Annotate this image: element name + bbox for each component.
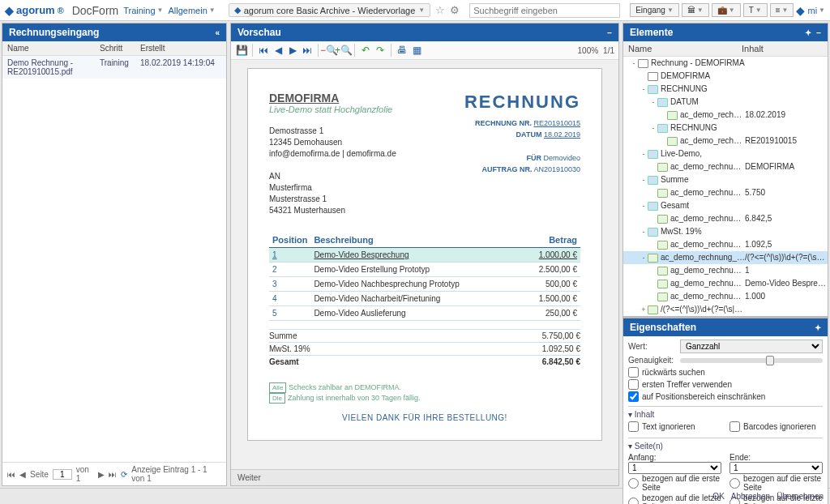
radio-ende-erste[interactable] — [729, 478, 740, 489]
radio-anfang-letzte[interactable] — [628, 498, 639, 505]
col-name[interactable]: Name — [628, 44, 742, 53]
tree-row[interactable]: -Summe — [623, 173, 828, 186]
save-icon[interactable]: 💾 — [235, 44, 248, 57]
rotate-left-icon[interactable]: ↶ — [359, 44, 372, 57]
panel-header: Elemente ✦− — [623, 23, 828, 41]
tree-toggle-icon[interactable]: + — [640, 304, 648, 315]
props-body: Wert: Ganzzahl Genauigkeit: rückwärts su… — [623, 336, 828, 504]
search-input[interactable] — [469, 3, 620, 18]
tree-row[interactable]: -ac_demo_rechnung_positionen/(?<=(^|\s))… — [623, 251, 828, 264]
grid-icon[interactable]: ▦ — [410, 44, 423, 57]
apply-button[interactable]: Übernehmen — [777, 492, 824, 501]
panel-header: Rechnungseingang « — [2, 23, 226, 41]
refresh-icon[interactable]: ⟳ — [121, 470, 127, 479]
logo-button[interactable]: ◆ — [796, 4, 805, 17]
fieldset-inhalt[interactable]: ▾ Inhalt — [628, 410, 823, 419]
column-headers: Name Schritt Erstellt — [2, 41, 226, 56]
table-row[interactable]: Demo Rechnung - RE201910015.pdfTraining1… — [2, 56, 226, 79]
page-last-icon[interactable]: ⏭ — [109, 470, 117, 479]
page-next-icon[interactable]: ▶ — [98, 470, 105, 479]
page-label: Seite — [30, 470, 49, 479]
preview-body[interactable]: DEMOFIRMA Live-Demo statt Hochglanzfolie… — [231, 60, 618, 469]
tree-row[interactable]: ag_demo_rechnung_pos_nummer1 — [623, 264, 828, 277]
pager: ⏮ ◀ Seite von 1 ▶ ⏭ ⟳ Anzeige Eintrag 1 … — [2, 462, 226, 485]
radio-anfang-erste[interactable] — [628, 478, 639, 489]
first-page-icon[interactable]: ⏮ — [257, 44, 270, 57]
prev-page-icon[interactable]: ◀ — [272, 44, 285, 57]
minimize-icon[interactable]: − — [816, 28, 821, 37]
chk-rueckwaerts[interactable] — [628, 367, 639, 378]
diamond-icon: ◆ — [234, 5, 241, 15]
menu-allgemein[interactable]: Allgemein▼ — [168, 6, 215, 15]
star-icon[interactable]: ☆ — [435, 4, 445, 16]
gear-icon[interactable]: ⚙ — [450, 4, 460, 16]
anfang-select[interactable]: 1 — [628, 462, 721, 474]
tree-toggle-icon[interactable]: - — [649, 96, 657, 108]
tree-toggle-icon[interactable]: - — [640, 174, 648, 186]
tree-row[interactable]: -Rechnung - DEMOFIRMA — [623, 57, 828, 70]
tree-toggle-icon[interactable]: - — [630, 58, 638, 69]
wert-select[interactable]: Ganzzahl — [680, 340, 823, 353]
tree-toggle-icon[interactable]: - — [640, 148, 648, 160]
tree-toggle-icon[interactable]: - — [640, 83, 648, 95]
tree-row[interactable]: -Live-Demo, — [623, 147, 828, 160]
menu-training[interactable]: Training▼ — [123, 6, 163, 15]
tree-row[interactable]: ac_demo_rechnung_betrag_netto5.750 — [623, 186, 828, 199]
col-created[interactable]: Erstellt — [140, 44, 221, 53]
ende-select[interactable]: 1 — [729, 462, 823, 474]
tree-row[interactable]: ac_demo_rechnung_betrag_brutto6.842,5 — [623, 212, 828, 225]
tree-row[interactable]: -Gesamt — [623, 199, 828, 212]
list-button[interactable]: ≡▼ — [770, 3, 794, 17]
tree-row[interactable]: -RECHNUNG — [623, 122, 828, 135]
rotate-right-icon[interactable]: ↷ — [374, 44, 387, 57]
help-icon[interactable]: ✦ — [815, 323, 821, 332]
page-prev-icon[interactable]: ◀ — [19, 470, 26, 479]
ok-button[interactable]: OK — [712, 492, 724, 501]
tree-toggle-icon[interactable]: - — [649, 122, 657, 134]
collapse-icon[interactable]: « — [215, 28, 220, 37]
print-icon[interactable]: 🖶 — [396, 44, 409, 57]
building-button[interactable]: 🏛▼ — [682, 3, 709, 17]
tree-row[interactable]: ac_demo_rechnung_datum18.02.2019 — [623, 109, 828, 122]
tree-row[interactable]: -DATUM — [623, 96, 828, 109]
next-page-icon[interactable]: ▶ — [286, 44, 299, 57]
tree-toggle-icon[interactable]: - — [640, 226, 648, 237]
tree-row[interactable]: ag_demo_rechnung_pos_bezeichnungDemo-Vid… — [623, 277, 828, 290]
chk-ersten-treffer[interactable] — [628, 379, 639, 390]
grp-icon — [648, 150, 658, 159]
eingang-button[interactable]: Eingang▼ — [630, 3, 679, 17]
tree-toggle-icon[interactable]: - — [640, 200, 648, 211]
col-name[interactable]: Name — [7, 44, 100, 53]
fieldset-seiten[interactable]: ▾ Seite(n) — [628, 442, 823, 451]
tree-toggle-icon[interactable]: - — [640, 252, 648, 263]
briefcase-button[interactable]: 💼▼ — [712, 3, 741, 17]
page-input[interactable] — [53, 469, 72, 480]
chk-text-ignorieren[interactable] — [628, 421, 639, 432]
tree-row[interactable]: ac_demo_rechnung_kreditorDEMOFIRMA — [623, 160, 828, 173]
text-button[interactable]: T▼ — [743, 3, 768, 17]
zoom-out-icon[interactable]: −🔍 — [323, 44, 336, 57]
cancel-button[interactable]: Abbrechen — [731, 492, 770, 501]
tree-row[interactable]: DEMOFIRMA — [623, 70, 828, 83]
chk-barcodes-ignorieren[interactable] — [729, 421, 740, 432]
tree-row[interactable]: ac_demo_rechnung_betrag_mwst1.092,5 — [623, 238, 828, 251]
tree-row[interactable]: -MwSt. 19% — [623, 225, 828, 238]
page-first-icon[interactable]: ⏮ — [7, 470, 15, 479]
help-icon[interactable]: ✦ — [805, 28, 811, 37]
col-inhalt[interactable]: Inhalt — [742, 44, 823, 53]
tree-row[interactable]: ac_demo_rechnung_nummerRE201910015 — [623, 135, 828, 147]
tree-row[interactable]: ac_demo_rechnung_pos_betrag1.000 — [623, 290, 828, 303]
tree-row[interactable]: -RECHNUNG — [623, 83, 828, 96]
logo-icon: ◆ — [5, 4, 14, 17]
weiter-button[interactable]: Weiter — [231, 469, 618, 485]
col-step[interactable]: Schritt — [100, 44, 140, 53]
breadcrumb[interactable]: ◆ agorum core Basic Archive - Wiedervorl… — [229, 3, 430, 17]
genauigkeit-slider[interactable] — [680, 358, 823, 363]
preview-toolbar: 💾 ⏮ ◀ ▶ ⏭ −🔍 +🔍 ↶ ↷ 🖶 ▦ 100% 1/1 — [231, 41, 618, 60]
chk-positionsbereich[interactable] — [628, 391, 639, 402]
tree-row[interactable]: +/(?<=(^|\s))\d+(?=(\s|$))/ — [623, 303, 828, 316]
zoom-in-icon[interactable]: +🔍 — [337, 44, 350, 57]
last-page-icon[interactable]: ⏭ — [301, 44, 314, 57]
user-menu[interactable]: mi▼ — [807, 6, 825, 15]
minimize-icon[interactable]: − — [607, 28, 612, 37]
